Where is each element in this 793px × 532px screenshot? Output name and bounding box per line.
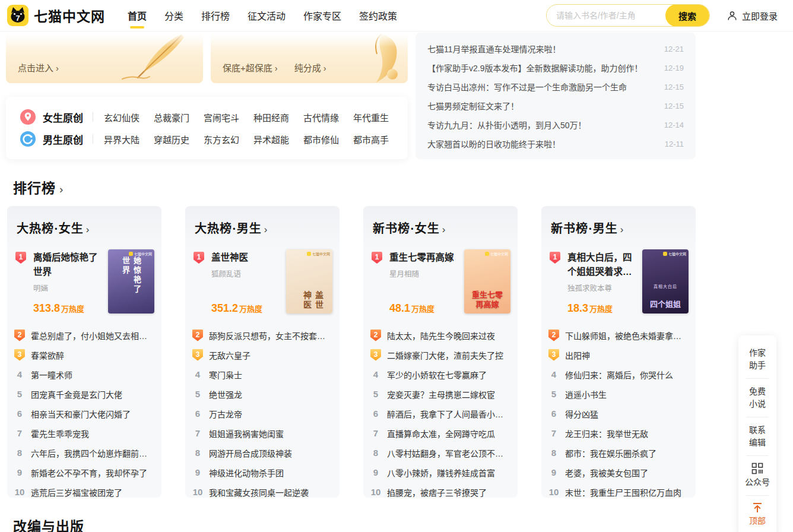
category-divider [93, 134, 93, 144]
category-tag[interactable]: 异术超能 [253, 133, 289, 145]
category-tag[interactable]: 总裁豪门 [154, 111, 189, 124]
rank-item[interactable]: 4寒门枭士 [192, 365, 332, 384]
category-tag[interactable]: 种田经商 [253, 111, 289, 124]
nav-item-essay-events[interactable]: 征文活动 [248, 8, 286, 23]
login-button[interactable]: 立即登录 [727, 10, 778, 22]
rank-item[interactable]: 8六年后，我携四个幼崽炸翻前夫家 [14, 443, 154, 463]
rank-item[interactable]: 2陆太太，陆先生今晚回来过夜 [370, 325, 510, 345]
rank-item[interactable]: 7龙王归来：我举世无敌 [548, 423, 689, 443]
rank-item[interactable]: 10掐腰宠，被痞子三爷撩哭了 [370, 482, 510, 498]
news-item[interactable]: 专访白马出凉州：写作不过是一个生命激励另一个生命 12-15 [427, 77, 684, 96]
news-item[interactable]: 七猫男频定制征文来了！ 12-15 [427, 96, 684, 115]
rank-item[interactable]: 5宠妾灭妻？主母携崽二嫁权宦 [370, 384, 510, 404]
sidebar-item-writer-assistant[interactable]: 作家助手 [738, 340, 776, 378]
banner-top-fade [6, 33, 203, 47]
rank-item[interactable]: 4修仙归来：离婚后，你哭什么 [548, 365, 689, 384]
category-tag[interactable]: 东方玄幻 [204, 133, 239, 145]
category-tag[interactable]: 年代重生 [353, 111, 389, 124]
sidebar-item-label: 助手 [741, 359, 774, 372]
rank-item[interactable]: 5逍遥小书生 [548, 384, 689, 404]
heat-value: 18.3万热度 [567, 302, 613, 315]
banner-enter-link[interactable]: 点击进入› [18, 61, 59, 74]
category-tag[interactable]: 玄幻仙侠 [104, 111, 139, 124]
rank-item[interactable]: 7霍先生乖乖宠我 [14, 423, 154, 443]
sidebar-item-back-to-top[interactable]: 顶部 [738, 496, 776, 532]
book-cover: 七猫中文网 盖世 神医 [286, 249, 332, 314]
sidebar-item-contact-editor[interactable]: 联系编辑 [738, 417, 776, 455]
card-title-link[interactable]: 新书榜·男生› [548, 206, 689, 236]
rank-item[interactable]: 10逃荒后三岁福宝被团宠了 [14, 482, 154, 498]
search-input[interactable] [547, 11, 665, 20]
rank-item[interactable]: 8八零村姑翻身，军官老公顶不住了 [370, 443, 510, 463]
rank-item[interactable]: 6醉酒后，我拿下了人间最香小狼狗 [370, 404, 510, 423]
category-tag[interactable]: 宫闹宅斗 [204, 111, 239, 124]
rank-list: 2霍总别虐了，付小姐她又去相亲了3春棠欲醉4第一瞳术师5团宠真千金竟是玄门大佬6… [14, 325, 154, 498]
rank-item[interactable]: 6相亲当天和豪门大佬闪婚了 [14, 404, 154, 423]
rank-item[interactable]: 9神级进化动物杀手团 [192, 463, 332, 482]
banner-share-link[interactable]: 纯分成› [294, 61, 326, 74]
sidebar-item-label: 联系 [741, 424, 774, 436]
rank-item[interactable]: 3二婚嫁豪门大佬，渣前夫失了控 [370, 345, 510, 365]
category-group-label[interactable]: 女生原创 [43, 110, 83, 125]
main-nav: 首页分类排行榜征文活动作家专区签约政策 [128, 8, 397, 23]
banner-guarantee-link[interactable]: 保底+超保底› [223, 61, 278, 74]
rank-item[interactable]: 8都市：我在娱乐圈杀疯了 [548, 443, 689, 463]
rank-item[interactable]: 7姐姐逼我祸害她闺蜜 [192, 423, 332, 443]
nav-item-signing-policy[interactable]: 签约政策 [359, 8, 397, 23]
rank-item[interactable]: 9老婆，我被美女包围了 [548, 463, 689, 482]
rank-item[interactable]: 9八零小辣娇，赚钱养娃成首富 [370, 463, 510, 482]
news-item[interactable]: 七猫11月举报直通车处理情况来啦！ 12-21 [427, 39, 684, 58]
rank-item-title: 神级进化动物杀手团 [209, 467, 284, 479]
qimao-logo[interactable]: 7 七猫中文网 [7, 5, 105, 26]
category-group-label[interactable]: 男生原创 [43, 132, 83, 147]
nav-item-category[interactable]: 分类 [164, 8, 183, 23]
rank-item[interactable]: 5团宠真千金竟是玄门大佬 [14, 384, 154, 404]
sidebar-item-official-account[interactable]: 公众号 [738, 456, 776, 495]
news-item[interactable]: 大家翘首以盼的日收功能终于来啦！ 12-11 [427, 134, 684, 153]
card-title-link[interactable]: 大热榜·男生› [192, 206, 332, 236]
ranking-section-title[interactable]: 排行榜› [13, 177, 64, 197]
top-book[interactable]: 1 盖世神医 狐颜乱语 351.2万热度 七猫中文网 盖世 神医 [192, 249, 332, 316]
rank-item[interactable]: 2舔狗反派只想苟，女主不按套路… [192, 325, 332, 345]
sidebar-item-free-novels[interactable]: 免费小说 [738, 379, 776, 417]
banner-signing-policy[interactable]: 保底+超保底› 纯分成› [211, 33, 408, 83]
rank-item[interactable]: 7直播算命太准，全网蹲守吃瓜 [370, 423, 510, 443]
news-item[interactable]: 【作家助手v2.9版本发布】全新数据解读功能，助力创作！ 12-19 [427, 58, 684, 77]
top-book[interactable]: 1 离婚后她惊艳了世界 明婳 313.8万热度 七猫中文网 她惊艳了 世界 [14, 249, 154, 316]
heat-value: 351.2万热度 [211, 302, 262, 315]
search-button[interactable]: 搜索 [665, 4, 709, 27]
rank-item[interactable]: 10末世：我重生尸王囤积亿万血肉 [548, 482, 689, 498]
category-tag[interactable]: 都市修仙 [303, 133, 339, 145]
news-item[interactable]: 专访九九月：从扑街小透明，到月入50万！ 12-14 [427, 115, 684, 134]
rank-item[interactable]: 6得分凶猛 [548, 404, 689, 423]
rank-item[interactable]: 4第一瞳术师 [14, 365, 154, 384]
rank-item[interactable]: 10我和宝藏女孩同桌一起逆袭 [192, 482, 332, 498]
rank-item[interactable]: 3无敌六皇子 [192, 345, 332, 365]
rank-item[interactable]: 3出阳神 [548, 345, 689, 365]
nav-item-writer-zone[interactable]: 作家专区 [303, 8, 341, 23]
category-panel: 女生原创 玄幻仙侠总裁豪门宫闹宅斗种田经商古代情缘年代重生 男生原创 异界大陆穿… [6, 97, 408, 159]
rank-item[interactable]: 4军少的小娇软在七零赢麻了 [370, 365, 510, 384]
category-tag[interactable]: 都市高手 [353, 133, 389, 145]
category-tag[interactable]: 穿越历史 [154, 133, 189, 145]
top-book[interactable]: 1 真相大白后，四个姐姐哭着求… 独孤求败本尊 18.3万热度 七猫中文网 真相… [548, 249, 689, 316]
category-tag[interactable]: 古代情缘 [303, 111, 339, 124]
cover-title: 她惊艳了 世界 [120, 256, 142, 294]
category-tag[interactable]: 异界大陆 [104, 133, 139, 145]
rank-item-title: 团宠真千金竟是玄门大佬 [31, 388, 122, 400]
rank-item[interactable]: 5绝世强龙 [192, 384, 332, 404]
rank-item[interactable]: 9新婚老公不孕不育，我却怀孕了 [14, 463, 154, 482]
rank-item[interactable]: 2霍总别虐了，付小姐她又去相亲了 [14, 325, 154, 345]
top-book[interactable]: 1 重生七零再高嫁 星月相随 48.1万热度 七猫中文网 重生七零 再高嫁 [370, 249, 510, 316]
rank-item[interactable]: 3春棠欲醉 [14, 345, 154, 365]
rank-item[interactable]: 2下山躲师姐，被绝色未婚妻拿捏… [548, 325, 689, 345]
banner-writer-welfare[interactable]: 点击进入› [6, 33, 203, 83]
rank-item[interactable]: 6万古龙帝 [192, 404, 332, 423]
rank-item[interactable]: 8网游开局合成顶级神装 [192, 443, 332, 463]
card-title-link[interactable]: 大热榜·女生› [14, 206, 154, 236]
card-title-link[interactable]: 新书榜·女生› [370, 206, 510, 236]
rank-list: 2下山躲师姐，被绝色未婚妻拿捏…3出阳神4修仙归来：离婚后，你哭什么5逍遥小书生… [548, 325, 689, 498]
nav-item-ranking[interactable]: 排行榜 [201, 8, 230, 23]
news-title: 专访九九月：从扑街小透明，到月入50万！ [427, 119, 656, 131]
nav-item-home[interactable]: 首页 [128, 8, 147, 23]
